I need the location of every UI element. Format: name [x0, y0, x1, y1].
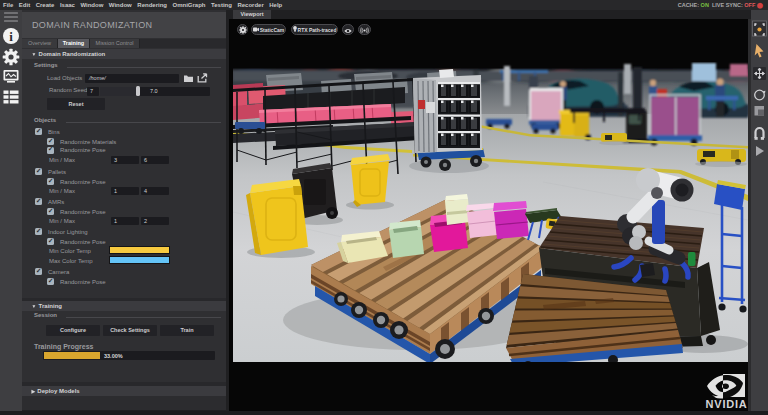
svg-text:i: i	[9, 29, 13, 44]
svg-text:NVIDIA: NVIDIA	[706, 398, 748, 410]
